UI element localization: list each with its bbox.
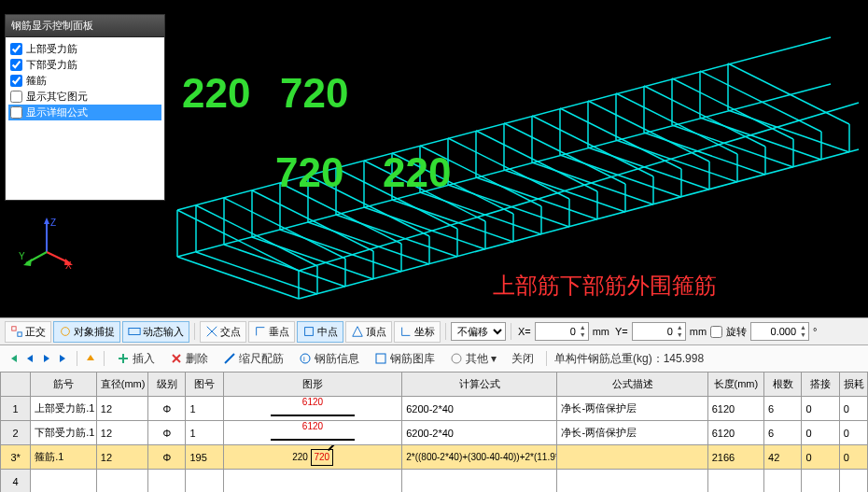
cell-name[interactable] [31, 470, 97, 493]
col-formula[interactable]: 计算公式 [402, 373, 557, 397]
cell-grade[interactable] [148, 470, 186, 493]
panel-item-stirrup[interactable]: 箍筋 [8, 73, 161, 89]
cell-length[interactable]: 2166 [707, 445, 763, 470]
midpoint-button[interactable]: 中点 [297, 321, 343, 343]
panel-checkbox[interactable] [10, 43, 22, 55]
col-length[interactable]: 长度(mm) [707, 373, 763, 397]
panel-checkbox[interactable] [10, 91, 22, 103]
cell-sunhao[interactable]: 0 [839, 397, 867, 421]
col-dajie[interactable]: 搭接 [802, 373, 839, 397]
x-up[interactable]: ▲ [578, 324, 588, 331]
panel-item-other-elements[interactable]: 显示其它图元 [8, 89, 161, 105]
scale-button[interactable]: 缩尺配筋 [218, 349, 288, 369]
cell-desc[interactable]: 净长-两倍保护层 [557, 421, 707, 445]
cell-desc[interactable] [557, 445, 707, 470]
perp-button[interactable]: 垂点 [248, 321, 295, 343]
cell-sunhao[interactable]: 0 [839, 421, 867, 445]
cell-dajie[interactable]: 0 [802, 397, 839, 421]
last-icon[interactable] [58, 353, 69, 364]
row-number-cell[interactable]: 2 [1, 421, 31, 445]
y-up[interactable]: ▲ [675, 324, 685, 331]
rot-down[interactable]: ▼ [798, 331, 808, 339]
cell-formula[interactable]: 6200-2*40 [402, 421, 557, 445]
rot-up[interactable]: ▲ [798, 324, 808, 331]
row-number-cell[interactable]: 3* [1, 445, 31, 470]
cell-formula[interactable] [402, 470, 557, 493]
cell-name[interactable]: 上部受力筋.1 [31, 397, 97, 421]
rebar-info-button[interactable]: i钢筋信息 [294, 349, 364, 369]
cell-dajie[interactable]: 0 [802, 445, 839, 470]
cell-tuhao[interactable]: 1 [186, 421, 223, 445]
rebar-library-button[interactable]: 钢筋图库 [370, 349, 440, 369]
panel-checkbox[interactable] [10, 59, 22, 71]
col-count[interactable]: 根数 [764, 373, 802, 397]
cell-grade[interactable]: Φ [148, 397, 186, 421]
y-input[interactable] [633, 323, 675, 340]
intersect-button[interactable]: 交点 [200, 321, 246, 343]
cell-count[interactable]: 42 [764, 445, 802, 470]
cell-dajie[interactable]: 0 [802, 421, 839, 445]
other-button[interactable]: 其他 ▾ [445, 349, 501, 369]
cell-diagram[interactable]: 6120 [223, 397, 401, 421]
next-icon[interactable] [41, 353, 52, 364]
cell-count[interactable]: 6 [764, 397, 802, 421]
cell-sunhao[interactable] [839, 470, 867, 493]
up-icon[interactable] [85, 353, 96, 364]
vertex-button[interactable]: 顶点 [345, 321, 392, 343]
cell-dia[interactable] [96, 470, 147, 493]
coord-button[interactable]: 坐标 [394, 321, 441, 343]
cell-diagram[interactable]: 220720 [223, 445, 401, 470]
cell-formula[interactable]: 2*((800-2*40)+(300-40-40))+2*(11.9*d) [402, 445, 557, 470]
cell-tuhao[interactable] [186, 470, 223, 493]
cell-sunhao[interactable]: 0 [839, 445, 867, 470]
delete-button[interactable]: 删除 [165, 349, 213, 369]
cell-desc[interactable]: 净长-两倍保护层 [557, 397, 707, 421]
cell-formula[interactable]: 6200-2*40 [402, 397, 557, 421]
cell-grade[interactable]: Φ [148, 445, 186, 470]
cell-dia[interactable]: 12 [96, 421, 147, 445]
table-row[interactable]: 3* 箍筋.1 12 Φ 195 220720 2*((800-2*40)+(3… [1, 445, 868, 470]
panel-checkbox[interactable] [10, 75, 22, 87]
prev-icon[interactable] [24, 353, 35, 364]
x-input[interactable] [536, 323, 578, 340]
panel-item-top-rebar[interactable]: 上部受力筋 [8, 41, 161, 57]
panel-item-detail-formula[interactable]: 显示详细公式 [8, 105, 161, 120]
ortho-button[interactable]: 正交 [5, 321, 51, 343]
cell-length[interactable]: 6120 [707, 397, 763, 421]
rotate-checkbox[interactable] [710, 326, 722, 338]
close-button[interactable]: 关闭 [507, 349, 539, 369]
row-number-cell[interactable]: 1 [1, 397, 31, 421]
table-row[interactable]: 4 [1, 470, 868, 493]
insert-button[interactable]: 插入 [112, 349, 160, 369]
cell-name[interactable]: 箍筋.1 [31, 445, 97, 470]
cell-dia[interactable]: 12 [96, 397, 147, 421]
col-dia[interactable]: 直径(mm) [96, 373, 147, 397]
col-rownum[interactable] [1, 373, 31, 397]
rotate-input[interactable] [751, 323, 798, 340]
panel-item-bottom-rebar[interactable]: 下部受力筋 [8, 57, 161, 73]
rebar-display-panel[interactable]: 钢筋显示控制面板 上部受力筋 下部受力筋 箍筋 显示其它图元 显示详细公式 [5, 14, 165, 201]
col-tuhao[interactable]: 图号 [186, 373, 223, 397]
row-number-cell[interactable]: 4 [1, 470, 31, 493]
col-desc[interactable]: 公式描述 [557, 373, 707, 397]
table-row[interactable]: 1 上部受力筋.1 12 Φ 1 6120 6200-2*40 净长-两倍保护层… [1, 397, 868, 421]
cell-dajie[interactable] [802, 470, 839, 493]
cell-tuhao[interactable]: 1 [186, 397, 223, 421]
y-down[interactable]: ▼ [675, 331, 685, 339]
col-sunhao[interactable]: 损耗 [839, 373, 867, 397]
rebar-table[interactable]: 筋号 直径(mm) 级别 图号 图形 计算公式 公式描述 长度(mm) 根数 搭… [0, 372, 868, 492]
cell-count[interactable] [764, 470, 802, 493]
axis-gizmo[interactable]: Z X Y [19, 215, 75, 271]
offset-mode-select[interactable]: 不偏移 [451, 322, 506, 341]
cell-length[interactable]: 6120 [707, 421, 763, 445]
cell-name[interactable]: 下部受力筋.1 [31, 421, 97, 445]
cell-count[interactable]: 6 [764, 421, 802, 445]
col-diagram[interactable]: 图形 [223, 373, 401, 397]
osnap-button[interactable]: 对象捕捉 [53, 321, 120, 343]
cell-diagram[interactable]: 6120 [223, 421, 401, 445]
cell-desc[interactable] [557, 470, 707, 493]
cell-length[interactable] [707, 470, 763, 493]
cell-diagram[interactable] [223, 470, 401, 493]
table-row[interactable]: 2 下部受力筋.1 12 Φ 1 6120 6200-2*40 净长-两倍保护层… [1, 421, 868, 445]
col-grade[interactable]: 级别 [148, 373, 186, 397]
